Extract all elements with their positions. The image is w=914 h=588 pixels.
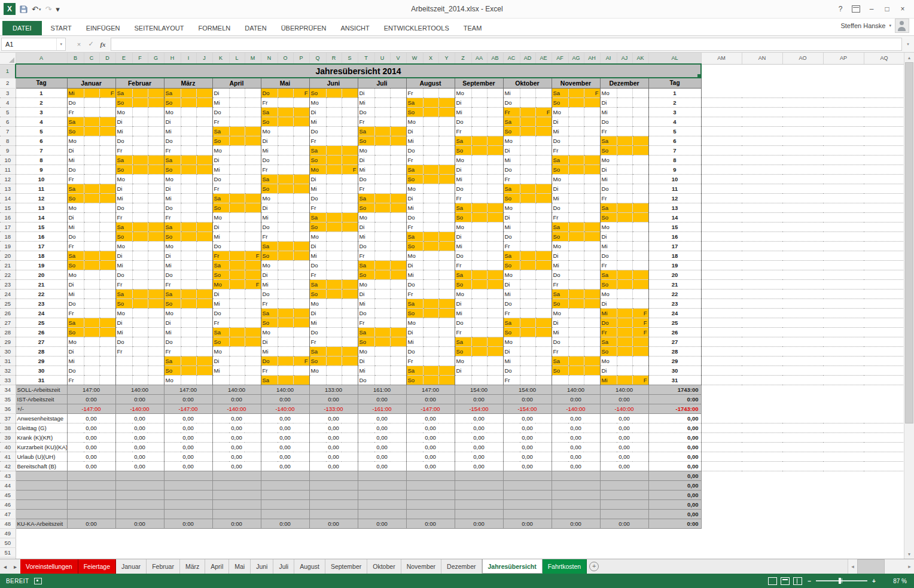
holiday-flag-cell[interactable]: [148, 337, 164, 346]
calendar-day-cell[interactable]: Mo: [552, 107, 568, 117]
calendar-time-cell[interactable]: [520, 145, 535, 155]
holiday-flag-cell[interactable]: [438, 270, 455, 279]
calendar-day-cell[interactable]: Fr: [164, 212, 181, 222]
holiday-flag-cell[interactable]: [535, 184, 552, 193]
holiday-flag-cell[interactable]: [487, 222, 503, 231]
vertical-scrollbar[interactable]: ▴ ▾: [904, 53, 914, 559]
calendar-time-cell[interactable]: [471, 184, 487, 193]
row-header-25[interactable]: 25: [0, 298, 16, 308]
holiday-flag-cell[interactable]: [535, 231, 552, 241]
holiday-flag-cell[interactable]: [438, 212, 455, 222]
calendar-day-cell[interactable]: Di: [600, 298, 617, 308]
row-header-38[interactable]: 38: [0, 423, 16, 432]
calendar-day-cell[interactable]: Fr: [115, 346, 132, 356]
calendar-time-cell[interactable]: [84, 203, 99, 212]
holiday-flag-cell[interactable]: [196, 117, 212, 126]
row-header-5[interactable]: 5: [0, 107, 16, 117]
holiday-flag-cell[interactable]: [99, 155, 115, 164]
counter-value[interactable]: 0,00: [261, 452, 309, 461]
calendar-day-cell[interactable]: Fr: [600, 193, 617, 203]
calendar-day-cell[interactable]: Do: [455, 117, 471, 126]
calendar-time-cell[interactable]: [84, 308, 99, 318]
calendar-time-cell[interactable]: [568, 98, 584, 107]
summary-value[interactable]: [212, 490, 261, 499]
calendar-time-cell[interactable]: [423, 107, 438, 117]
calendar-day-cell[interactable]: Di: [115, 117, 132, 126]
summary-value[interactable]: 0:00: [552, 519, 600, 528]
holiday-flag-cell[interactable]: [584, 212, 600, 222]
holiday-flag-cell[interactable]: [245, 365, 261, 375]
calendar-time-cell[interactable]: [374, 117, 390, 126]
calendar-day-cell[interactable]: Fr: [212, 318, 229, 327]
outside-range[interactable]: [701, 298, 904, 308]
summary-value[interactable]: [115, 509, 164, 519]
holiday-flag-cell[interactable]: [342, 88, 358, 98]
calendar-day-cell[interactable]: So: [261, 251, 278, 260]
holiday-flag-cell[interactable]: [438, 203, 455, 212]
holiday-flag-cell[interactable]: [342, 327, 358, 337]
calendar-time-cell[interactable]: [520, 136, 535, 145]
holiday-flag-cell[interactable]: [487, 88, 503, 98]
holiday-flag-cell[interactable]: [342, 107, 358, 117]
calendar-day-cell[interactable]: Di: [212, 88, 229, 98]
holiday-flag-cell[interactable]: [342, 251, 358, 260]
calendar-day-cell[interactable]: Fr: [600, 260, 617, 270]
day-number-cell[interactable]: 18: [16, 251, 67, 260]
calendar-time-cell[interactable]: [520, 155, 535, 164]
counter-value[interactable]: 0,00: [67, 452, 115, 461]
calendar-time-cell[interactable]: [278, 117, 293, 126]
calendar-day-cell[interactable]: Di: [455, 231, 471, 241]
row-header-24[interactable]: 24: [0, 289, 16, 298]
holiday-flag-cell[interactable]: [584, 174, 600, 184]
empty-cell[interactable]: [16, 528, 904, 538]
day-number-cell[interactable]: 28: [648, 346, 701, 356]
calendar-day-cell[interactable]: Sa: [406, 98, 423, 107]
calendar-time-cell[interactable]: [374, 308, 390, 318]
calendar-time-cell[interactable]: [423, 270, 438, 279]
holiday-flag-cell[interactable]: [148, 107, 164, 117]
holiday-flag-cell[interactable]: [342, 136, 358, 145]
month-header-mai[interactable]: Mai: [261, 78, 309, 88]
calendar-day-cell[interactable]: Di: [261, 136, 278, 145]
calendar-day-cell[interactable]: Fr: [358, 117, 374, 126]
calendar-day-cell[interactable]: Fr: [212, 117, 229, 126]
holiday-flag-cell[interactable]: [438, 222, 455, 231]
summary-value[interactable]: [358, 499, 406, 509]
holiday-flag-cell[interactable]: [535, 270, 552, 279]
column-header-AN[interactable]: AN: [742, 53, 782, 64]
calendar-time-cell[interactable]: [84, 184, 99, 193]
calendar-day-cell[interactable]: Di: [164, 184, 181, 193]
column-header-I[interactable]: I: [181, 53, 196, 64]
calendar-time-cell[interactable]: [617, 289, 632, 298]
counter-value[interactable]: 0,00: [115, 452, 164, 461]
calendar-day-cell[interactable]: Fr: [67, 107, 84, 117]
summary-value[interactable]: [358, 490, 406, 499]
holiday-flag-cell[interactable]: [390, 212, 406, 222]
holiday-flag-cell[interactable]: [99, 203, 115, 212]
calendar-time-cell[interactable]: [423, 117, 438, 126]
calendar-day-cell[interactable]: Mi: [503, 222, 520, 231]
calendar-day-cell[interactable]: Mi: [358, 164, 374, 174]
summary-value[interactable]: [503, 509, 552, 519]
calendar-time-cell[interactable]: [374, 88, 390, 98]
calendar-day-cell[interactable]: Fr: [358, 318, 374, 327]
holiday-flag-cell[interactable]: [293, 318, 309, 327]
calendar-time-cell[interactable]: [520, 346, 535, 356]
calendar-time-cell[interactable]: [326, 241, 342, 251]
calendar-time-cell[interactable]: [423, 145, 438, 155]
holiday-flag-cell[interactable]: [196, 145, 212, 155]
calendar-time-cell[interactable]: [278, 289, 293, 298]
holiday-flag-cell[interactable]: [535, 222, 552, 231]
holiday-flag-cell[interactable]: [438, 279, 455, 289]
calendar-day-cell[interactable]: Mo: [261, 126, 278, 136]
calendar-time-cell[interactable]: [617, 98, 632, 107]
holiday-flag-cell[interactable]: [245, 327, 261, 337]
calendar-time-cell[interactable]: [181, 308, 196, 318]
calendar-time-cell[interactable]: [132, 164, 148, 174]
calendar-time-cell[interactable]: [181, 346, 196, 356]
calendar-day-cell[interactable]: Sa: [358, 126, 374, 136]
day-number-cell[interactable]: 9: [648, 164, 701, 174]
calendar-time-cell[interactable]: [181, 356, 196, 365]
column-header-P[interactable]: P: [293, 53, 309, 64]
sheet-tab-feiertage[interactable]: Feiertage: [78, 559, 116, 574]
